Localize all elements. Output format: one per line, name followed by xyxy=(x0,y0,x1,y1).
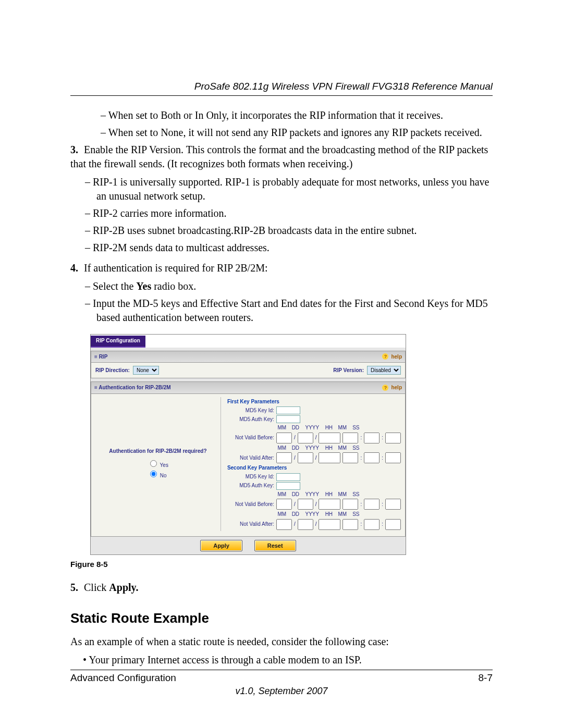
section-intro: As an example of when a static route is … xyxy=(70,635,493,649)
list-item: When set to None, it will not send any R… xyxy=(101,126,493,140)
second-nva-field[interactable] xyxy=(298,519,313,530)
col-yyyy: YYYY xyxy=(303,491,321,498)
col-ss: SS xyxy=(350,424,362,431)
second-nva-field[interactable] xyxy=(319,519,340,530)
first-nva-field[interactable] xyxy=(385,452,401,463)
reset-button[interactable]: Reset xyxy=(254,540,296,552)
list-item: RIP-1 is universally supported. RIP-1 is… xyxy=(85,175,493,203)
col-dd: DD xyxy=(290,445,301,452)
first-nva-field[interactable] xyxy=(298,452,313,463)
col-mm2: MM xyxy=(337,424,348,431)
second-nvb-field[interactable] xyxy=(276,499,292,510)
first-nvb-field[interactable] xyxy=(276,433,292,443)
col-dd: DD xyxy=(290,491,301,498)
rip-direction-select[interactable]: None xyxy=(133,366,159,375)
col-dd: DD xyxy=(290,511,301,518)
panel-title-text: RIP xyxy=(99,354,108,360)
second-nvb-field[interactable] xyxy=(319,499,340,510)
footer-left: Advanced Configuration xyxy=(70,672,176,684)
footer-page: 8-7 xyxy=(479,672,493,684)
col-mm2: MM xyxy=(337,445,348,452)
help-link[interactable]: ?help xyxy=(382,353,402,361)
help-label: help xyxy=(391,353,402,361)
help-icon: ? xyxy=(382,353,388,360)
list-item: When set to Both or In Only, it incorpor… xyxy=(101,108,493,122)
text-run: radio box. xyxy=(151,280,196,292)
radio-no[interactable]: No xyxy=(148,469,168,479)
help-link[interactable]: ?help xyxy=(382,384,402,391)
col-hh: HH xyxy=(323,511,335,518)
first-md5-auth-key[interactable] xyxy=(276,415,300,423)
second-nvb-field[interactable] xyxy=(385,499,401,510)
col-mm: MM xyxy=(276,491,288,498)
second-nvb-field[interactable] xyxy=(298,499,313,510)
second-md5-auth-key[interactable] xyxy=(276,482,300,490)
ordered-steps: 3.Enable the RIP Version. This controls … xyxy=(70,143,493,325)
radio-yes[interactable]: Yes xyxy=(148,459,168,469)
step-number: 5. xyxy=(70,581,84,595)
radio-no-input[interactable] xyxy=(150,471,157,477)
rip-panel-header: ≡ RIP ?help xyxy=(91,351,406,363)
rip-version-label: RIP Version: xyxy=(333,367,364,374)
first-key-heading: First Key Parameters xyxy=(227,398,401,405)
figure-8-5: RIP Configuration ≡ RIP ?help RIP Direct… xyxy=(90,334,406,555)
first-nvb-field[interactable] xyxy=(319,433,340,443)
auth-panel-body: Authentication for RIP-2B/2M required? Y… xyxy=(91,394,406,537)
first-nva-field[interactable] xyxy=(276,452,292,463)
radio-yes-input[interactable] xyxy=(150,460,157,467)
second-md5-key-id[interactable] xyxy=(276,473,300,481)
step-text: Click Apply. xyxy=(84,582,139,593)
figure-caption: Figure 8-5 xyxy=(70,559,493,570)
auth-right: First Key Parameters MD5 Key Id: MD5 Aut… xyxy=(224,397,401,531)
first-nva-field[interactable] xyxy=(342,452,358,463)
step-number: 4. xyxy=(70,261,84,275)
col-hh: HH xyxy=(323,424,335,431)
rip-direction-label: RIP Direction: xyxy=(95,367,130,374)
col-ss: SS xyxy=(350,445,362,452)
button-bar: Apply Reset xyxy=(91,537,406,555)
second-nva-field[interactable] xyxy=(342,519,358,530)
body: When set to Both or In Only, it incorpor… xyxy=(70,108,493,667)
col-yyyy: YYYY xyxy=(303,511,321,518)
second-key-heading: Second Key Parameters xyxy=(227,464,401,472)
step-4-sublist: Select the Yes radio box. Input the MD-5… xyxy=(85,279,493,325)
panel-title: ≡ RIP xyxy=(94,353,107,361)
apply-button[interactable]: Apply xyxy=(200,540,242,552)
col-hh: HH xyxy=(323,445,335,452)
step-3: 3.Enable the RIP Version. This controls … xyxy=(70,143,493,255)
first-nvb-field[interactable] xyxy=(364,433,380,443)
col-hh: HH xyxy=(323,491,335,498)
col-yyyy: YYYY xyxy=(303,424,321,431)
first-md5-key-id[interactable] xyxy=(276,406,300,414)
col-mm: MM xyxy=(276,511,288,518)
section-bullets: Your primary Internet access is through … xyxy=(83,653,493,667)
page-header: ProSafe 802.11g Wireless VPN Firewall FV… xyxy=(70,81,493,96)
second-nvb-field[interactable] xyxy=(364,499,380,510)
auth-left: Authentication for RIP-2B/2M required? Y… xyxy=(95,397,221,531)
rip-version-select[interactable]: Disabled xyxy=(367,366,401,375)
list-item: Input the MD-5 keys and Effective Start … xyxy=(85,297,493,325)
nvb-label: Not Valid Before: xyxy=(227,501,274,508)
second-nva-field[interactable] xyxy=(385,519,401,530)
md5-key-id-label: MD5 Key Id: xyxy=(227,473,274,480)
second-nvb-field[interactable] xyxy=(342,499,358,510)
first-nva-field[interactable] xyxy=(364,452,380,463)
first-nva-field[interactable] xyxy=(319,452,340,463)
help-icon: ? xyxy=(382,385,388,391)
second-nva-field[interactable] xyxy=(276,519,292,530)
list-item: RIP-2 carries more information. xyxy=(85,206,493,220)
first-nvb-field[interactable] xyxy=(385,433,401,443)
second-nva-field[interactable] xyxy=(364,519,380,530)
first-nvb-field[interactable] xyxy=(342,433,358,443)
col-mm: MM xyxy=(276,445,288,452)
first-nvb-field[interactable] xyxy=(298,433,313,443)
radio-yes-label: Yes xyxy=(160,462,168,468)
auth-radio-group: Yes No xyxy=(148,458,168,480)
step-5: 5.Click Apply. xyxy=(70,581,493,595)
apply-bold: Apply. xyxy=(109,582,138,593)
panel-title-text: Authentication for RIP-2B/2M xyxy=(99,385,170,390)
page-footer: Advanced Configuration 8-7 v1.0, Septemb… xyxy=(70,670,493,697)
step-4: 4.If authentication is required for RIP … xyxy=(70,261,493,325)
rip-config-tab[interactable]: RIP Configuration xyxy=(91,336,145,348)
step-3-sublist: RIP-1 is universally supported. RIP-1 is… xyxy=(85,175,493,255)
